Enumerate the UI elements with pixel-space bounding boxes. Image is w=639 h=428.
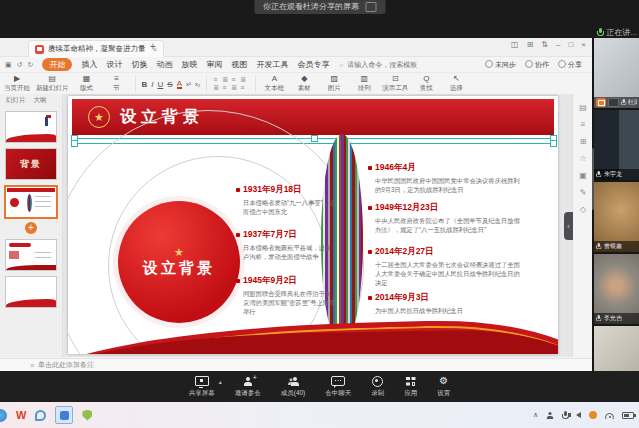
side-tool-icon[interactable]: ≡ [581, 120, 586, 129]
menu-animation[interactable]: 动画 [156, 59, 172, 70]
slide-thumbnail-3-selected[interactable] [4, 185, 58, 219]
underline-button[interactable]: U [158, 80, 164, 89]
share-button[interactable]: 分享 [558, 60, 582, 70]
tab-outline[interactable]: 大纲 [34, 96, 47, 105]
apps-button[interactable]: 应用 [404, 376, 417, 398]
tab-slides[interactable]: 幻灯片 [6, 96, 26, 105]
menu-member[interactable]: 会员专享 [297, 59, 329, 70]
chevron-up-icon[interactable]: ▴ [219, 378, 222, 385]
meeting-app-taskbar-icon-active[interactable] [55, 406, 73, 424]
superscript-button[interactable]: x² [186, 81, 191, 87]
meeting-toolbar: ▴ 共享屏幕 + 邀请参会 成员(40) 会中聊天 录制 应用 ⚙ 设置 [0, 371, 639, 402]
tray-expand-icon[interactable]: ∧ [533, 411, 538, 419]
settings-button[interactable]: ⚙ 设置 [437, 376, 450, 398]
record-button[interactable]: 录制 [371, 376, 384, 398]
side-tool-icon[interactable]: ☆ [579, 154, 586, 163]
menu-devtools[interactable]: 开发工具 [256, 59, 288, 70]
italic-button[interactable]: I [151, 80, 153, 89]
slide-editing-canvas[interactable]: ★ 设立背景 ★ 设立背景 [63, 94, 572, 357]
banner-detach-icon[interactable] [365, 2, 376, 12]
menu-insert[interactable]: 插入 [81, 59, 97, 70]
command-search[interactable]: ⌕ [339, 60, 435, 69]
grid-view-icon[interactable]: ⊞ [527, 40, 534, 49]
document-tab[interactable]: 赓续革命精神，凝聚奋进力量 × [28, 40, 164, 57]
share-screen-button[interactable]: ▴ 共享屏幕 [189, 376, 215, 398]
side-tool-icon[interactable]: ⊞ [580, 137, 587, 146]
menu-review[interactable]: 审阅 [206, 59, 222, 70]
tray-battery-icon[interactable] [622, 412, 634, 419]
selection-handle[interactable] [71, 140, 78, 147]
layout-button[interactable]: ▦ 版式 [75, 75, 99, 93]
side-tool-icon[interactable]: ✎ [580, 188, 587, 197]
menu-design[interactable]: 设计 [106, 59, 122, 70]
font-color-button[interactable]: A [177, 80, 182, 89]
section-button[interactable]: ≡ 节 [105, 75, 129, 93]
material-button[interactable]: ◆ 素材 [292, 75, 316, 93]
new-slide-button[interactable]: ▤ 新建幻灯片 [36, 75, 69, 93]
notes-bar[interactable]: ≡ 单击此处添加备注 [0, 358, 592, 371]
participant-tile[interactable]: 朱宇龙 [594, 110, 639, 180]
menu-transition[interactable]: 切换 [131, 59, 147, 70]
picture-button[interactable]: ▨ 图片 [322, 75, 346, 93]
menu-slideshow[interactable]: 放映 [181, 59, 197, 70]
side-tool-icon[interactable]: ▤ [579, 103, 587, 112]
chat-button[interactable]: 会中聊天 [325, 376, 351, 398]
presentation-tools-button[interactable]: ⊡ 演示工具 [382, 75, 408, 93]
wps-taskbar-icon[interactable]: W [16, 409, 26, 421]
selection-handle[interactable] [550, 140, 557, 147]
collaborate-button[interactable]: 协作 [525, 60, 549, 70]
timeline-event[interactable]: 2014年2月27日 十二届全国人大常委会第七次会议经表决通过了全国人大常委会关… [368, 246, 526, 287]
strikethrough-button[interactable]: S [167, 80, 172, 89]
find-button[interactable]: Q 查找 [414, 75, 438, 93]
chat-app-taskbar-icon[interactable] [35, 410, 46, 421]
bold-button[interactable]: B [142, 80, 148, 89]
taskbar-app-icon[interactable] [0, 409, 7, 422]
play-from-page-button[interactable]: ▶ 当页开始 [4, 75, 30, 93]
security-app-taskbar-icon[interactable] [82, 410, 92, 421]
resize-icon[interactable]: ⇅ [541, 40, 548, 49]
participant-tile[interactable]: 曾银鑫 [594, 182, 639, 252]
timeline-event[interactable]: 1937年7月7日 日本侵略者炮轰宛平县城，进攻卢沟桥，发动全面侵华战争 [236, 229, 336, 261]
sync-status[interactable]: 未同步 [485, 60, 516, 70]
slide-thumbnail-4[interactable] [5, 239, 57, 271]
tray-wifi-icon[interactable] [605, 412, 614, 419]
select-button[interactable]: ↖ 选择 [444, 75, 468, 93]
subscript-button[interactable]: x₂ [195, 81, 200, 87]
minimize-button[interactable]: – [556, 40, 560, 49]
save-icon[interactable]: ▣ [5, 61, 12, 69]
participant-tile[interactable]: 李光吉 [594, 254, 639, 324]
timeline-event[interactable]: 1945年9月2日 同盟国联合受降典礼在停泊于东京湾的美国军舰“密苏里”号上隆重… [236, 275, 336, 316]
timeline-event[interactable]: 2014年9月3日 为中国人民抗日战争胜利纪念日 [368, 292, 526, 315]
maximize-button[interactable]: □ [568, 40, 573, 49]
side-tool-icon[interactable]: ◇ [580, 205, 586, 214]
search-input[interactable] [345, 60, 435, 69]
tray-person-icon[interactable] [547, 411, 553, 418]
timeline-event[interactable]: 1949年12月23日 中央人民政府政务院公布了《全国年节及纪念日放假办法》，规… [368, 202, 526, 234]
slide-thumbnail-2[interactable]: 背景 [5, 148, 57, 180]
slide-thumbnail-5[interactable] [5, 276, 57, 308]
menu-view[interactable]: 视图 [231, 59, 247, 70]
paragraph-align-buttons[interactable]: ≡≣≡≣≣≡≣≡ [213, 76, 249, 92]
side-tool-icon[interactable]: ▣ [579, 171, 587, 180]
members-button[interactable]: 成员(40) [281, 376, 306, 398]
textbox-button[interactable]: A 文本框 [262, 75, 286, 93]
close-button[interactable]: × [581, 40, 586, 49]
slide-thumbnail-1[interactable] [5, 111, 57, 143]
current-slide[interactable]: ★ 设立背景 ★ 设立背景 [68, 96, 558, 354]
new-tab-button[interactable]: + [150, 41, 156, 52]
tray-app-icon[interactable] [589, 411, 597, 419]
redo-icon[interactable]: ↻ [28, 61, 34, 69]
layout-switch-icon[interactable]: ◫ [511, 40, 519, 49]
undo-icon[interactable]: ↺ [17, 61, 23, 69]
menu-home[interactable]: 开始 [42, 58, 72, 71]
center-circle[interactable]: ★ 设立背景 [118, 201, 240, 323]
selection-handle[interactable] [311, 135, 318, 142]
add-slide-button[interactable]: + [25, 222, 37, 234]
tray-speaker-icon[interactable] [576, 412, 581, 418]
timeline-event[interactable]: 1931年9月18日 日本侵略者发动“九一八事变”，进而侵占中国东北 [236, 184, 336, 216]
invite-button[interactable]: + 邀请参会 [235, 376, 261, 398]
arrange-button[interactable]: ▥ 排列 [352, 75, 376, 93]
timeline-event[interactable]: 1946年4月 中华民国国民政府中国国民党中常会决议将庆祝胜利的9月3日，定为抗… [368, 162, 526, 194]
collapse-handle[interactable]: ‹ [564, 212, 573, 240]
participant-tile[interactable]: 杜涛 [594, 38, 639, 108]
